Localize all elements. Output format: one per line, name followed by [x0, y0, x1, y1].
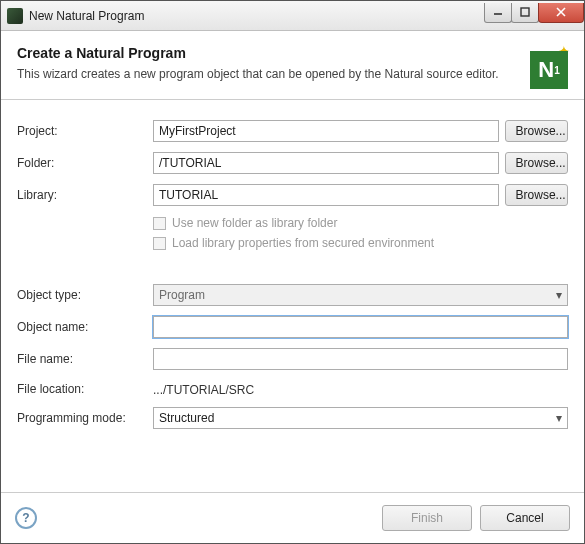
page-title: Create a Natural Program: [17, 45, 512, 61]
help-button[interactable]: ?: [15, 507, 37, 529]
folder-input[interactable]: [153, 152, 499, 174]
folder-label: Folder:: [17, 156, 153, 170]
programming-mode-value: Structured: [159, 411, 214, 425]
window-title: New Natural Program: [29, 9, 485, 23]
file-location-value: .../TUTORIAL/SRC: [153, 380, 254, 397]
checkbox-icon: [153, 217, 166, 230]
library-input[interactable]: [153, 184, 499, 206]
project-label: Project:: [17, 124, 153, 138]
wizard-header: Create a Natural Program This wizard cre…: [1, 31, 584, 100]
wizard-button-bar: ? Finish Cancel: [1, 492, 584, 543]
file-name-label: File name:: [17, 352, 153, 366]
load-library-props-checkbox: Load library properties from secured env…: [153, 236, 568, 250]
close-button[interactable]: [538, 3, 584, 23]
use-new-folder-checkbox: Use new folder as library folder: [153, 216, 568, 230]
file-location-label: File location:: [17, 382, 153, 396]
browse-project-button[interactable]: Browse...: [505, 120, 568, 142]
app-icon: [7, 8, 23, 24]
checkbox-icon: [153, 237, 166, 250]
object-name-label: Object name:: [17, 320, 153, 334]
use-new-folder-label: Use new folder as library folder: [172, 216, 337, 230]
load-library-props-label: Load library properties from secured env…: [172, 236, 434, 250]
browse-folder-button[interactable]: Browse...: [505, 152, 568, 174]
library-label: Library:: [17, 188, 153, 202]
cancel-button[interactable]: Cancel: [480, 505, 570, 531]
project-input[interactable]: [153, 120, 499, 142]
window-buttons: [485, 3, 584, 23]
file-name-input[interactable]: [153, 348, 568, 370]
svg-rect-1: [521, 8, 529, 16]
wizard-form: Project: Browse... Folder: Browse... Lib…: [1, 100, 584, 492]
help-icon: ?: [22, 511, 29, 525]
chevron-down-icon: ▾: [556, 288, 562, 302]
wizard-icon: ✦ N1: [524, 45, 568, 89]
maximize-button[interactable]: [511, 3, 539, 23]
object-name-input[interactable]: [153, 316, 568, 338]
object-type-label: Object type:: [17, 288, 153, 302]
object-type-value: Program: [159, 288, 205, 302]
chevron-down-icon: ▾: [556, 411, 562, 425]
browse-library-button[interactable]: Browse...: [505, 184, 568, 206]
minimize-button[interactable]: [484, 3, 512, 23]
page-subtitle: This wizard creates a new program object…: [17, 67, 512, 81]
object-type-select: Program ▾: [153, 284, 568, 306]
programming-mode-select[interactable]: Structured ▾: [153, 407, 568, 429]
finish-button[interactable]: Finish: [382, 505, 472, 531]
programming-mode-label: Programming mode:: [17, 411, 153, 425]
window-titlebar: New Natural Program: [1, 1, 584, 31]
